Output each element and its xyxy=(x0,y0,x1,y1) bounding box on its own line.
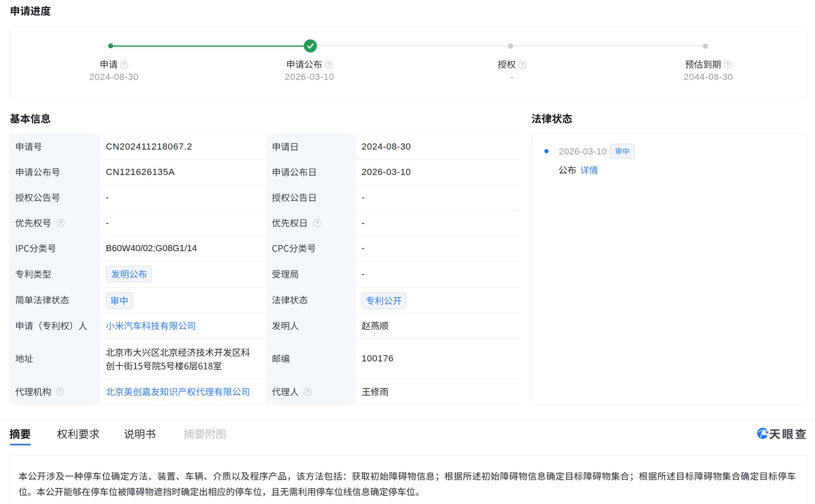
svg-text:?: ? xyxy=(59,389,61,395)
svg-text:?: ? xyxy=(316,220,319,226)
svg-text:?: ? xyxy=(726,62,729,68)
svg-text:?: ? xyxy=(59,220,62,226)
svg-text:?: ? xyxy=(123,62,126,68)
svg-text:?: ? xyxy=(328,62,330,68)
svg-text:?: ? xyxy=(306,389,309,395)
svg-text:?: ? xyxy=(521,62,524,68)
